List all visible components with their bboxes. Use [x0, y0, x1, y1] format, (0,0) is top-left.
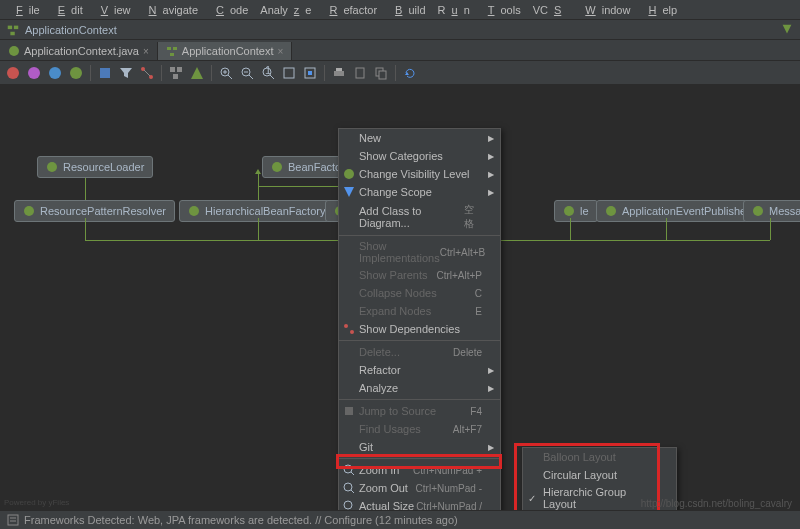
menu-collapse-nodes: Collapse NodesC	[339, 284, 500, 302]
close-icon[interactable]: ×	[278, 46, 284, 57]
tab-java-file[interactable]: ApplicationContext.java ×	[0, 42, 158, 60]
tab-diagram[interactable]: ApplicationContext ×	[158, 42, 293, 60]
svg-line-48	[351, 490, 354, 493]
menu-change-visibility[interactable]: Change Visibility Level▶	[339, 165, 500, 183]
svg-point-49	[344, 501, 352, 509]
separator	[339, 340, 500, 341]
menu-file[interactable]: File	[4, 2, 46, 18]
menu-vcs[interactable]: VCS	[527, 2, 574, 18]
navbar: ApplicationContext	[0, 20, 800, 40]
node-message-source[interactable]: MessageSource	[743, 200, 800, 222]
zoom-in-icon[interactable]	[219, 66, 233, 80]
export-icon[interactable]	[303, 66, 317, 80]
edge-line	[258, 218, 259, 240]
visibility-i-icon[interactable]	[69, 66, 83, 80]
menubar: File Edit View Navigate Code Analyze Ref…	[0, 0, 800, 20]
filter-icon[interactable]	[119, 66, 133, 80]
menu-view[interactable]: View	[89, 2, 137, 18]
actual-size-icon[interactable]: 1	[261, 66, 275, 80]
zoom-out-icon	[342, 481, 356, 495]
node-label: ResourcePatternResolver	[40, 205, 166, 217]
menu-zoom-in[interactable]: Zoom InCtrl+NumPad +	[339, 461, 500, 479]
menu-refactor[interactable]: Refactor▶	[339, 361, 500, 379]
visibility-p-icon[interactable]	[48, 66, 62, 80]
refresh-icon[interactable]	[403, 66, 417, 80]
menu-help[interactable]: Help	[636, 2, 683, 18]
copy-icon[interactable]	[374, 66, 388, 80]
separator	[161, 65, 162, 81]
menu-expand-nodes: Expand NodesE	[339, 302, 500, 320]
status-text[interactable]: Frameworks Detected: Web, JPA frameworks…	[24, 514, 458, 526]
menu-edit[interactable]: Edit	[46, 2, 89, 18]
scope-icon	[342, 185, 356, 199]
interface-icon	[752, 205, 764, 217]
edge-line	[666, 218, 667, 240]
menu-build[interactable]: Build	[383, 2, 431, 18]
svg-point-7	[7, 67, 19, 79]
menu-show-categories[interactable]: Show Categories▶	[339, 147, 500, 165]
interface-icon	[188, 205, 200, 217]
zoom-out-icon[interactable]	[240, 66, 254, 80]
node-label: ResourceLoader	[63, 161, 144, 173]
menu-analyze[interactable]: Analyze▶	[339, 379, 500, 397]
print-icon[interactable]	[332, 66, 346, 80]
node-resource-pattern-resolver[interactable]: ResourcePatternResolver	[14, 200, 175, 222]
menu-show-dependencies[interactable]: Show Dependencies	[339, 320, 500, 338]
node-hierarchical-bean-factory[interactable]: HierarchicalBeanFactory	[179, 200, 334, 222]
submenu-balloon[interactable]: Balloon Layout	[523, 448, 676, 466]
svg-text:1: 1	[265, 66, 271, 76]
menu-new[interactable]: New▶	[339, 129, 500, 147]
tab-label: ApplicationContext	[182, 45, 274, 57]
interface-icon	[605, 205, 617, 217]
menu-window[interactable]: Window	[573, 2, 636, 18]
menu-delete: Delete...Delete	[339, 343, 500, 361]
visibility-m-icon[interactable]	[27, 66, 41, 80]
menu-git[interactable]: Git▶	[339, 438, 500, 456]
menu-change-scope[interactable]: Change Scope▶	[339, 183, 500, 201]
svg-line-22	[249, 75, 253, 79]
node-resource-loader[interactable]: ResourceLoader	[37, 156, 153, 178]
print-preview-icon[interactable]	[353, 66, 367, 80]
edge-line	[258, 186, 259, 200]
menu-analyze[interactable]: Analyze	[254, 2, 317, 18]
dependencies-icon[interactable]	[140, 66, 154, 80]
menu-code[interactable]: Code	[204, 2, 254, 18]
svg-point-3	[9, 46, 19, 56]
edge-line	[770, 218, 771, 240]
separator	[395, 65, 396, 81]
arrow-icon	[255, 169, 261, 174]
menu-zoom-out[interactable]: Zoom OutCtrl+NumPad -	[339, 479, 500, 497]
svg-point-44	[350, 330, 354, 334]
context-menu: New▶ Show Categories▶ Change Visibility …	[338, 128, 501, 529]
edge-line	[85, 218, 86, 240]
close-icon[interactable]: ×	[143, 46, 149, 57]
breadcrumb[interactable]: ApplicationContext	[25, 24, 117, 36]
menu-run[interactable]: Run	[432, 2, 476, 18]
svg-rect-29	[334, 71, 344, 76]
separator	[339, 399, 500, 400]
menu-show-implementations: Show ImplementationsCtrl+Alt+B	[339, 238, 500, 266]
svg-point-34	[47, 162, 57, 172]
svg-rect-1	[14, 25, 18, 29]
visibility-c-icon[interactable]	[6, 66, 20, 80]
node-application-event-publisher[interactable]: ApplicationEventPublisher	[596, 200, 759, 222]
layout-icon[interactable]	[169, 66, 183, 80]
submenu-circular[interactable]: Circular Layout	[523, 466, 676, 484]
log-icon[interactable]	[6, 513, 20, 527]
edge-line	[258, 172, 259, 186]
config-icon[interactable]	[780, 22, 794, 36]
menu-navigate[interactable]: Navigate	[137, 2, 204, 18]
menu-refactor[interactable]: Refactor	[317, 2, 383, 18]
menu-add-class[interactable]: Add Class to Diagram...空格	[339, 201, 500, 233]
svg-point-43	[344, 324, 348, 328]
node-partial-le[interactable]: le	[554, 200, 598, 222]
svg-rect-56	[8, 515, 18, 525]
java-file-icon	[8, 45, 20, 57]
menu-tools[interactable]: Tools	[476, 2, 527, 18]
diagram-icon	[166, 45, 178, 57]
apply-layout-icon[interactable]	[190, 66, 204, 80]
separator	[90, 65, 91, 81]
scope-icon[interactable]	[98, 66, 112, 80]
svg-point-47	[344, 483, 352, 491]
fit-content-icon[interactable]	[282, 66, 296, 80]
